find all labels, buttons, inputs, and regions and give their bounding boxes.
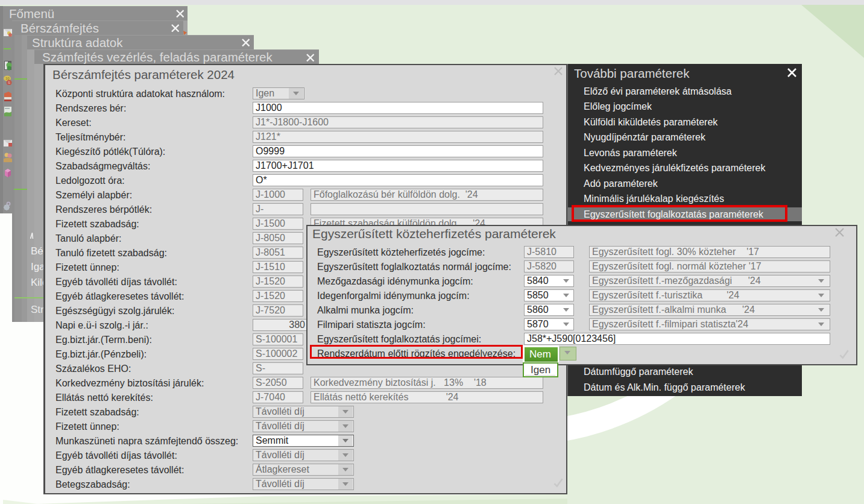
svg-text:10: 10 bbox=[5, 77, 10, 80]
svg-text:S: S bbox=[8, 81, 10, 84]
